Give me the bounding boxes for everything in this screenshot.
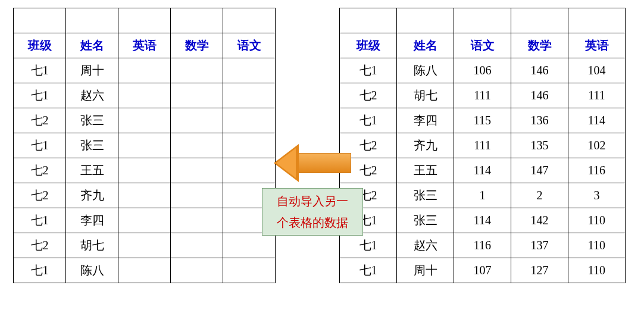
cell-name: 齐九 [66, 183, 118, 208]
cell-english [118, 108, 171, 133]
cell-chinese: 114 [454, 158, 511, 183]
cell-english [118, 58, 171, 83]
cell-class: 七1 [340, 58, 397, 83]
cell-class: 七2 [14, 158, 66, 183]
cell-chinese: 116 [454, 233, 511, 258]
right-table: 班级 姓名 语文 数学 英语 七1 陈八 106 146 104 七2 胡七 1… [339, 8, 626, 283]
cell-chinese [223, 158, 276, 183]
cell-english: 114 [568, 108, 626, 133]
callout-line2: 个表格的数据 [277, 212, 348, 233]
blank-cell [66, 8, 118, 33]
cell-class: 七2 [14, 108, 66, 133]
cell-name: 李四 [397, 108, 454, 133]
cell-math [171, 183, 223, 208]
cell-english [118, 208, 171, 233]
table-row: 七2 王五 [14, 158, 276, 183]
cell-english [118, 183, 171, 208]
callout-line1: 自动导入另一 [277, 190, 348, 212]
table-row: 七1 陈八 [14, 258, 276, 283]
cell-chinese: 106 [454, 58, 511, 83]
cell-english: 116 [568, 158, 626, 183]
table-row: 七2 张三 [14, 108, 276, 133]
col-english: 英语 [118, 33, 171, 58]
cell-english: 111 [568, 83, 626, 108]
cell-name: 李四 [66, 208, 118, 233]
cell-math: 146 [511, 58, 568, 83]
cell-name: 赵六 [397, 233, 454, 258]
table-row: 七1 赵六 116 137 110 [340, 233, 626, 258]
table-row: 七2 张三 1 2 3 [340, 183, 626, 208]
col-class: 班级 [14, 33, 66, 58]
cell-english [118, 233, 171, 258]
cell-name: 张三 [397, 208, 454, 233]
col-chinese: 语文 [223, 33, 276, 58]
table-row: 七1 张三 [14, 133, 276, 158]
cell-math [171, 108, 223, 133]
cell-chinese [223, 58, 276, 83]
col-math: 数学 [511, 33, 568, 58]
cell-english: 110 [568, 233, 626, 258]
cell-english [118, 133, 171, 158]
table-row: 七1 赵六 [14, 83, 276, 108]
cell-english: 102 [568, 133, 626, 158]
cell-math [171, 58, 223, 83]
cell-math [171, 133, 223, 158]
cell-name: 周十 [397, 258, 454, 283]
cell-class: 七1 [14, 58, 66, 83]
table-row: 七1 周十 107 127 110 [340, 258, 626, 283]
col-chinese: 语文 [454, 33, 511, 58]
cell-chinese [223, 133, 276, 158]
cell-name: 赵六 [66, 83, 118, 108]
table-row: 七1 张三 114 142 110 [340, 208, 626, 233]
cell-chinese [223, 83, 276, 108]
table-row: 七1 陈八 106 146 104 [340, 58, 626, 83]
cell-chinese: 1 [454, 183, 511, 208]
cell-name: 王五 [397, 158, 454, 183]
cell-name: 张三 [397, 183, 454, 208]
cell-math [171, 208, 223, 233]
cell-name: 王五 [66, 158, 118, 183]
callout-box: 自动导入另一 个表格的数据 [262, 188, 363, 236]
cell-math [171, 233, 223, 258]
cell-math: 146 [511, 83, 568, 108]
cell-class: 七2 [340, 83, 397, 108]
table-row: 七2 齐九 111 135 102 [340, 133, 626, 158]
table-row: 七1 周十 [14, 58, 276, 83]
cell-class: 七1 [14, 133, 66, 158]
table-spacer-row [340, 8, 626, 33]
table-spacer-row [14, 8, 276, 33]
cell-chinese: 115 [454, 108, 511, 133]
cell-class: 七1 [340, 108, 397, 133]
cell-math: 127 [511, 258, 568, 283]
cell-chinese: 111 [454, 133, 511, 158]
cell-name: 齐九 [397, 133, 454, 158]
cell-english: 110 [568, 258, 626, 283]
cell-name: 陈八 [66, 258, 118, 283]
arrow-left-icon [274, 144, 351, 183]
left-table: 班级 姓名 英语 数学 语文 七1 周十 七1 赵六 七2 张三 七1 张三 七… [13, 8, 276, 283]
cell-name: 周十 [66, 58, 118, 83]
cell-chinese [223, 108, 276, 133]
cell-class: 七2 [14, 233, 66, 258]
cell-name: 陈八 [397, 58, 454, 83]
table-row: 七2 齐九 [14, 183, 276, 208]
cell-class: 七1 [14, 83, 66, 108]
col-math: 数学 [171, 33, 223, 58]
blank-cell [568, 8, 626, 33]
cell-class: 七1 [340, 258, 397, 283]
blank-cell [171, 8, 223, 33]
blank-cell [223, 8, 276, 33]
cell-math: 137 [511, 233, 568, 258]
cell-math: 142 [511, 208, 568, 233]
blank-cell [14, 8, 66, 33]
cell-name: 胡七 [66, 233, 118, 258]
cell-math [171, 258, 223, 283]
col-name: 姓名 [66, 33, 118, 58]
col-class: 班级 [340, 33, 397, 58]
cell-english: 3 [568, 183, 626, 208]
cell-chinese [223, 258, 276, 283]
cell-math: 135 [511, 133, 568, 158]
cell-math: 2 [511, 183, 568, 208]
blank-cell [511, 8, 568, 33]
cell-chinese: 114 [454, 208, 511, 233]
